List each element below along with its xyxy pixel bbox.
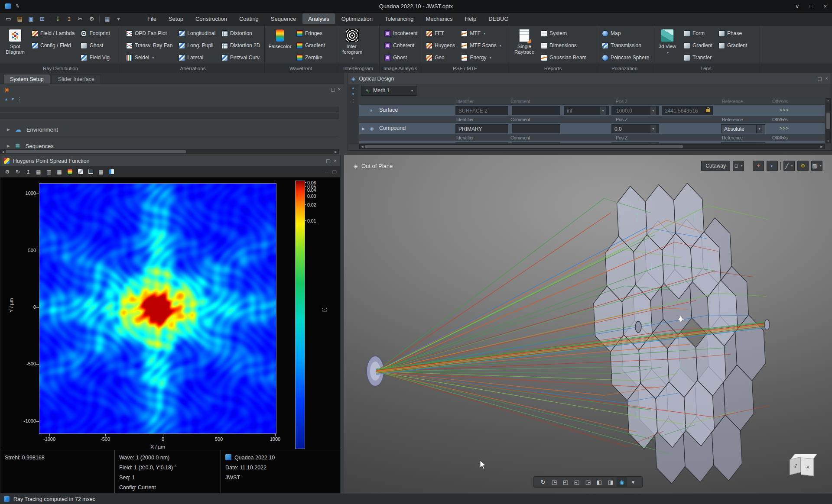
ribbon-item-mtf-scans[interactable]: MTF Scans▾ bbox=[459, 40, 503, 51]
ribbon-item-energy[interactable]: Energy▾ bbox=[459, 52, 503, 63]
panel-close-button[interactable]: × bbox=[334, 158, 337, 164]
scroll-down-icon[interactable]: ▼ bbox=[827, 140, 829, 142]
falsecolor-swatch-icon[interactable] bbox=[65, 168, 75, 176]
table-vscrollbar[interactable]: ▲ ▼ bbox=[826, 98, 831, 143]
cell-dropdown-icon[interactable]: ▼ bbox=[600, 107, 606, 115]
iso-view-icon[interactable]: ◳ bbox=[549, 477, 559, 487]
pos-z-cell[interactable]: -1000.0▼ bbox=[611, 106, 659, 115]
merit-select[interactable]: ∿ Merit 1 ▾ bbox=[361, 86, 417, 96]
right-view-icon[interactable]: ◱ bbox=[572, 477, 582, 487]
cutaway-button[interactable]: Cutaway bbox=[701, 161, 730, 171]
ribbon-item-opd-fan-plot[interactable]: OPD Fan Plot bbox=[124, 28, 174, 39]
maximize-button[interactable]: □ bbox=[810, 3, 813, 10]
reset-view-icon[interactable]: ↻ bbox=[538, 477, 548, 487]
ribbon-item-poincare-sphere[interactable]: Poincare Sphere bbox=[600, 52, 651, 63]
cube-front-face[interactable]: -X bbox=[801, 457, 814, 476]
pin-icon[interactable]: ✎ bbox=[14, 3, 20, 10]
ribbon-item-form[interactable]: Form bbox=[682, 28, 714, 39]
ribbon-item-zernike[interactable]: Zernike bbox=[295, 52, 327, 63]
line-style-button[interactable]: ╱▾ bbox=[783, 161, 795, 171]
export-icon[interactable]: ↥ bbox=[23, 168, 33, 176]
radius-cell[interactable]: inf▼ bbox=[564, 106, 609, 115]
ribbon-item-huygens[interactable]: Huygens bbox=[424, 40, 457, 51]
collapse-icon[interactable]: – bbox=[325, 169, 328, 174]
ribbon-item-transv-ray-fan[interactable]: Transv. Ray Fan bbox=[124, 40, 174, 51]
ribbon-item-transmission[interactable]: Transmission bbox=[600, 40, 651, 51]
menu-mechanics[interactable]: Mechanics bbox=[420, 13, 458, 24]
cell-dropdown-icon[interactable]: ▼ bbox=[756, 125, 762, 133]
refresh-icon[interactable]: ↻ bbox=[13, 168, 23, 176]
popout-icon[interactable]: ▢ bbox=[332, 169, 337, 174]
cut-icon[interactable]: ✂ bbox=[75, 14, 85, 24]
table-row-primary[interactable]: ▶◈CompoundPRIMARY0.0▼Absolute▼>>> bbox=[359, 123, 825, 135]
cube-left-face[interactable]: -Z bbox=[790, 457, 801, 475]
identifier-cell[interactable]: PRIMARY bbox=[455, 124, 508, 133]
more-options-icon[interactable]: ⋮ bbox=[351, 98, 356, 104]
move-down-icon[interactable]: ▼ bbox=[351, 92, 355, 96]
tree-item-environment[interactable]: ▶☁Environment bbox=[0, 123, 339, 136]
pos-z-cell[interactable]: 0.0▼ bbox=[611, 124, 659, 133]
comment-cell[interactable] bbox=[512, 106, 560, 115]
table-row-secondary[interactable]: ◗SurfaceSECONDARY7160.0▼Absolute▼>>> bbox=[359, 141, 825, 143]
identifier-cell[interactable]: SURFACE 2 bbox=[455, 106, 508, 115]
tab-slider-interface[interactable]: Slider Interface bbox=[52, 74, 101, 84]
more-options-icon[interactable]: ⋮ bbox=[17, 96, 23, 102]
menu-optimization[interactable]: Optimization bbox=[336, 13, 378, 24]
ribbon-item-phase[interactable]: Phase bbox=[717, 28, 749, 39]
panel-maximize-button[interactable]: ▢ bbox=[326, 158, 330, 164]
panel-maximize-button[interactable]: ▢ bbox=[817, 76, 822, 81]
ribbon-item-field-vig[interactable]: Field Vig. bbox=[79, 52, 113, 63]
ribbon-item-gradient[interactable]: Gradient bbox=[717, 40, 749, 51]
open-file-icon[interactable]: ▤ bbox=[15, 14, 25, 24]
ribbon-item-distortion-2d[interactable]: Distortion 2D bbox=[220, 40, 262, 51]
ribbon-item-incoherent[interactable]: Incoherent bbox=[383, 28, 419, 39]
ribbon-item-config-field[interactable]: Config / Field bbox=[30, 40, 76, 51]
comment-cell[interactable] bbox=[512, 142, 560, 143]
cell-dropdown-icon[interactable]: ▼ bbox=[650, 143, 656, 143]
cell-dropdown-icon[interactable]: ▼ bbox=[650, 107, 656, 115]
expand-arrow-icon[interactable]: ▶ bbox=[7, 127, 10, 132]
scroll-left-icon[interactable]: ◀ bbox=[0, 150, 6, 154]
expand-arrow-icon[interactable]: ▶ bbox=[362, 127, 365, 131]
ribbon-item-transfer[interactable]: Transfer bbox=[682, 52, 714, 63]
save-icon[interactable]: ▣ bbox=[26, 14, 36, 24]
ribbon-button-single-raytrace[interactable]: Single Raytrace bbox=[511, 27, 538, 55]
ribbon-item-gradient[interactable]: Gradient bbox=[682, 40, 714, 51]
colormap-swatch-icon[interactable] bbox=[107, 168, 116, 176]
top-view-icon[interactable]: ◲ bbox=[583, 477, 593, 487]
scroll-left-icon[interactable]: ◀ bbox=[360, 145, 365, 149]
report-icon[interactable]: ▥ bbox=[44, 168, 54, 176]
ribbon-item-mtf[interactable]: MTF▾ bbox=[459, 28, 503, 39]
ribbon-item-ghost[interactable]: Ghost bbox=[79, 40, 113, 51]
ribbon-item-distortion[interactable]: Distortion bbox=[220, 28, 262, 39]
orientation-cube[interactable]: -Z -X bbox=[789, 453, 820, 480]
import-icon[interactable]: ↧ bbox=[53, 14, 63, 24]
reference-select[interactable]: Absolute▼ bbox=[721, 142, 765, 143]
menu-file[interactable]: File bbox=[142, 13, 162, 24]
scroll-up-icon[interactable]: ▲ bbox=[827, 99, 829, 102]
ribbon-item-longitudinal[interactable]: Longitudinal bbox=[177, 28, 217, 39]
axes-swatch-icon[interactable] bbox=[86, 168, 95, 176]
aperture-cell[interactable]: 2441.5643516 bbox=[662, 106, 713, 115]
identifier-cell[interactable]: SECONDARY bbox=[455, 142, 508, 143]
ribbon-item-system[interactable]: System bbox=[539, 28, 588, 39]
display-options-button[interactable]: ▧▾ bbox=[811, 161, 822, 171]
gizmo-icon[interactable]: + bbox=[753, 161, 764, 171]
ribbon-button-falsecolor[interactable]: Falsecolor bbox=[266, 27, 293, 49]
scroll-right-icon[interactable]: ▶ bbox=[333, 150, 338, 154]
left-panel-hscrollbar[interactable]: ◀ ▶ bbox=[0, 149, 339, 154]
ribbon-item-geo[interactable]: Geo bbox=[424, 52, 457, 63]
row-chevrons[interactable]: >>> bbox=[780, 107, 789, 113]
ribbon-item-gradient[interactable]: Gradient bbox=[295, 40, 327, 51]
menu-setup[interactable]: Setup bbox=[163, 13, 189, 24]
view-menu-caret[interactable]: ▾ bbox=[628, 477, 638, 487]
secondary-mirror[interactable] bbox=[635, 321, 641, 333]
move-down-icon[interactable]: ▼ bbox=[11, 97, 15, 101]
export-icon[interactable]: ↥ bbox=[64, 14, 74, 24]
panel-maximize-button[interactable]: ▢ bbox=[331, 87, 335, 92]
ribbon-item-map[interactable]: Map bbox=[600, 28, 651, 39]
render-mode-icon[interactable]: ◐ bbox=[767, 161, 778, 171]
menu-construction[interactable]: Construction bbox=[190, 13, 233, 24]
table-icon[interactable]: ▦ bbox=[55, 168, 64, 176]
menu-tolerancing[interactable]: Tolerancing bbox=[379, 13, 419, 24]
